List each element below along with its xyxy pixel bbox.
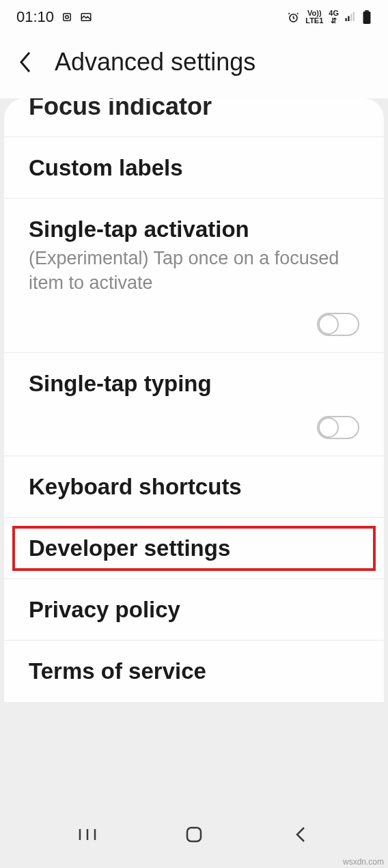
svg-rect-5: [348, 16, 349, 22]
svg-rect-6: [350, 14, 352, 22]
svg-rect-4: [346, 18, 347, 22]
image-icon: [80, 11, 92, 23]
watermark: wsxdn.com: [343, 857, 384, 867]
page-title: Advanced settings: [55, 48, 255, 76]
svg-rect-0: [64, 14, 71, 21]
status-left: 01:10: [16, 8, 92, 26]
svg-rect-8: [365, 10, 368, 12]
setting-focus-indicator[interactable]: Focus indicator: [4, 98, 384, 137]
setting-title: Privacy policy: [29, 596, 359, 624]
setting-single-tap-activation[interactable]: Single-tap activation (Experimental) Tap…: [4, 199, 384, 354]
setting-custom-labels[interactable]: Custom labels: [4, 137, 384, 199]
setting-title: Developer settings: [29, 534, 359, 562]
setting-title: Single-tap activation: [29, 215, 359, 243]
settings-list: Focus indicator Custom labels Single-tap…: [4, 98, 384, 702]
status-bar: 01:10 Vo)) LTE1 4G ⇵: [0, 0, 388, 34]
setting-keyboard-shortcuts[interactable]: Keyboard shortcuts: [4, 456, 384, 518]
setting-title: Focus indicator: [29, 98, 359, 120]
page-header: Advanced settings: [0, 34, 388, 98]
single-tap-activation-toggle[interactable]: [317, 313, 359, 336]
navigation-bar: [0, 811, 388, 858]
setting-title: Single-tap typing: [29, 369, 359, 397]
svg-rect-9: [363, 12, 371, 24]
signal-icon: [344, 11, 357, 23]
alarm-icon: [61, 11, 73, 23]
setting-single-tap-typing[interactable]: Single-tap typing: [4, 353, 384, 456]
battery-icon: [362, 10, 372, 24]
setting-subtitle: (Experimental) Tap once on a focused ite…: [29, 246, 359, 295]
svg-rect-13: [187, 828, 201, 841]
home-button[interactable]: [178, 818, 210, 851]
single-tap-typing-toggle[interactable]: [317, 416, 359, 439]
alarm-clock-icon: [287, 11, 300, 24]
status-time: 01:10: [16, 8, 54, 26]
volte-indicator: Vo)) LTE1: [305, 10, 323, 25]
network-4g: 4G ⇵: [329, 10, 339, 25]
back-button[interactable]: [15, 52, 36, 72]
status-right: Vo)) LTE1 4G ⇵: [287, 10, 372, 25]
setting-terms-of-service[interactable]: Terms of service: [4, 641, 384, 701]
svg-point-1: [66, 16, 69, 19]
setting-title: Custom labels: [29, 154, 359, 182]
setting-developer-settings[interactable]: Developer settings: [4, 518, 384, 579]
nav-back-button[interactable]: [284, 818, 317, 851]
setting-title: Terms of service: [29, 657, 359, 685]
setting-title: Keyboard shortcuts: [29, 473, 359, 501]
recents-button[interactable]: [71, 818, 104, 851]
setting-privacy-policy[interactable]: Privacy policy: [4, 579, 384, 641]
svg-rect-7: [353, 12, 355, 22]
